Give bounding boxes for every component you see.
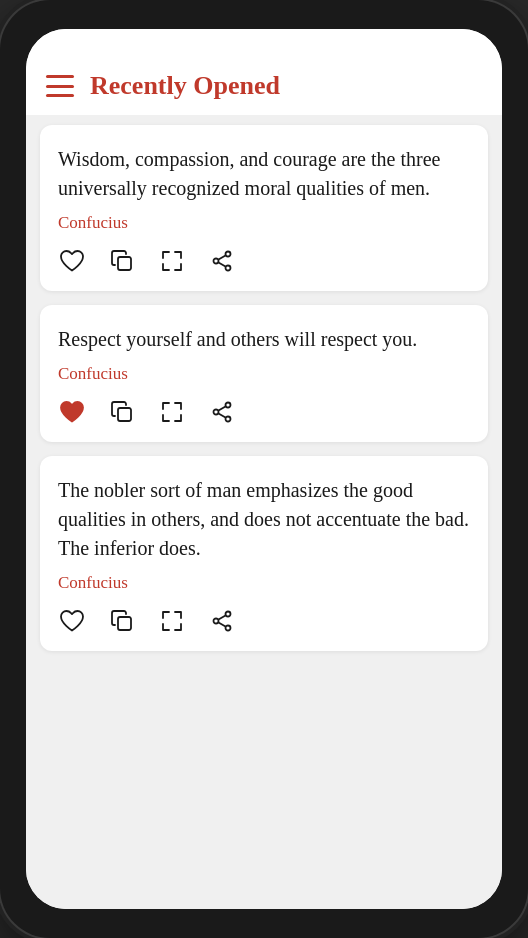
svg-rect-6 [118,408,131,421]
copy-icon-3 [108,607,136,635]
svg-line-5 [219,263,226,267]
like-button-3[interactable] [58,607,86,635]
copy-icon-2 [108,398,136,426]
quote-card-1: Wisdom, compassion, and courage are the … [40,125,488,291]
page-title: Recently Opened [90,71,280,101]
copy-button-1[interactable] [108,247,136,275]
quote-author-1: Confucius [58,213,470,233]
svg-line-17 [219,623,226,627]
status-bar [26,29,502,61]
expand-icon-3 [158,607,186,635]
svg-line-4 [219,256,226,260]
copy-icon-1 [108,247,136,275]
quote-card-3: The nobler sort of man emphasizes the go… [40,456,488,651]
svg-line-11 [219,414,226,418]
hamburger-line-2 [46,85,74,88]
like-button-2[interactable] [58,398,86,426]
expand-icon-2 [158,398,186,426]
quote-author-2: Confucius [58,364,470,384]
phone-shell: Recently Opened Wisdom, compassion, and … [0,0,528,938]
svg-line-10 [219,407,226,411]
quote-card-2: Respect yourself and others will respect… [40,305,488,442]
hamburger-line-3 [46,94,74,97]
hamburger-line-1 [46,75,74,78]
share-icon-2 [208,398,236,426]
share-button-1[interactable] [208,247,236,275]
quote-actions-3 [58,607,470,635]
copy-button-3[interactable] [108,607,136,635]
heart-outline-icon-1 [58,247,86,275]
phone-screen: Recently Opened Wisdom, compassion, and … [26,29,502,909]
quotes-list: Wisdom, compassion, and courage are the … [26,115,502,909]
hamburger-menu-button[interactable] [46,75,74,97]
quote-text-2: Respect yourself and others will respect… [58,325,470,354]
expand-icon-1 [158,247,186,275]
heart-filled-icon-2 [58,398,86,426]
app-header: Recently Opened [26,61,502,115]
share-icon-1 [208,247,236,275]
svg-rect-12 [118,617,131,630]
share-button-2[interactable] [208,398,236,426]
quote-text-3: The nobler sort of man emphasizes the go… [58,476,470,563]
heart-outline-icon-3 [58,607,86,635]
expand-button-1[interactable] [158,247,186,275]
share-icon-3 [208,607,236,635]
quote-actions-2 [58,398,470,426]
expand-button-3[interactable] [158,607,186,635]
svg-line-16 [219,616,226,620]
share-button-3[interactable] [208,607,236,635]
like-button-1[interactable] [58,247,86,275]
quote-author-3: Confucius [58,573,470,593]
quote-actions-1 [58,247,470,275]
expand-button-2[interactable] [158,398,186,426]
svg-rect-0 [118,257,131,270]
copy-button-2[interactable] [108,398,136,426]
quote-text-1: Wisdom, compassion, and courage are the … [58,145,470,203]
